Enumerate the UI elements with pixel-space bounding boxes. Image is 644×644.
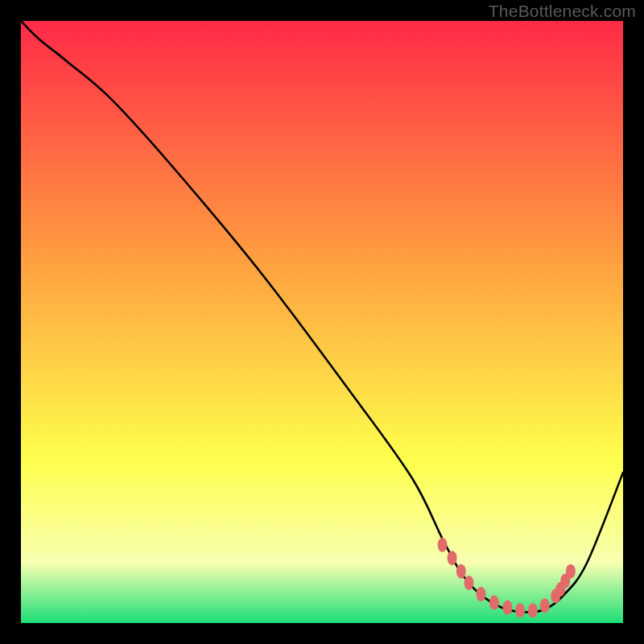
optimal-dot [448,551,457,565]
optimal-range-dots [438,538,576,618]
plot-area [21,21,623,623]
optimal-dot [456,564,466,579]
optimal-dot [566,564,576,579]
optimal-dot [477,587,486,601]
optimal-dot [528,603,538,617]
watermark-text: TheBottleneck.com [489,2,636,21]
optimal-dot [489,596,499,610]
optimal-dots-layer [21,21,623,623]
outer-frame: TheBottleneck.com [0,0,644,644]
optimal-dot [464,576,474,590]
optimal-dot [515,603,525,617]
optimal-dot [540,598,550,613]
optimal-dot [502,601,512,615]
optimal-dot [438,538,448,552]
